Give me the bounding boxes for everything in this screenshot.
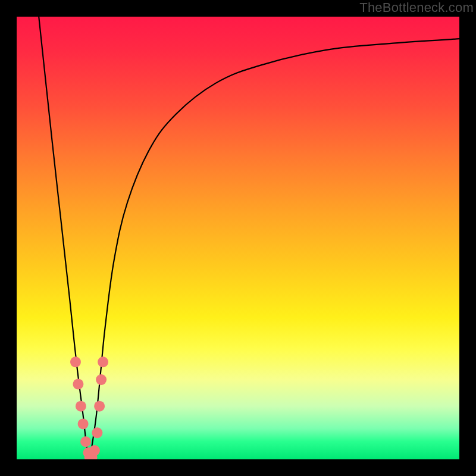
watermark-text: TheBottleneck.com	[359, 0, 474, 15]
data-point	[73, 379, 83, 390]
curve-layer	[17, 17, 459, 459]
plot-area	[17, 17, 459, 459]
chart-frame: TheBottleneck.com	[0, 0, 476, 476]
data-point	[78, 418, 89, 429]
data-point	[98, 356, 108, 367]
data-point	[80, 436, 91, 447]
data-point	[76, 401, 86, 412]
data-point	[89, 445, 100, 456]
data-point	[92, 427, 102, 438]
data-point	[94, 401, 105, 412]
curve-right-branch	[90, 39, 459, 459]
curve-left-branch	[39, 17, 90, 459]
data-point	[96, 374, 107, 385]
data-point	[70, 356, 81, 367]
